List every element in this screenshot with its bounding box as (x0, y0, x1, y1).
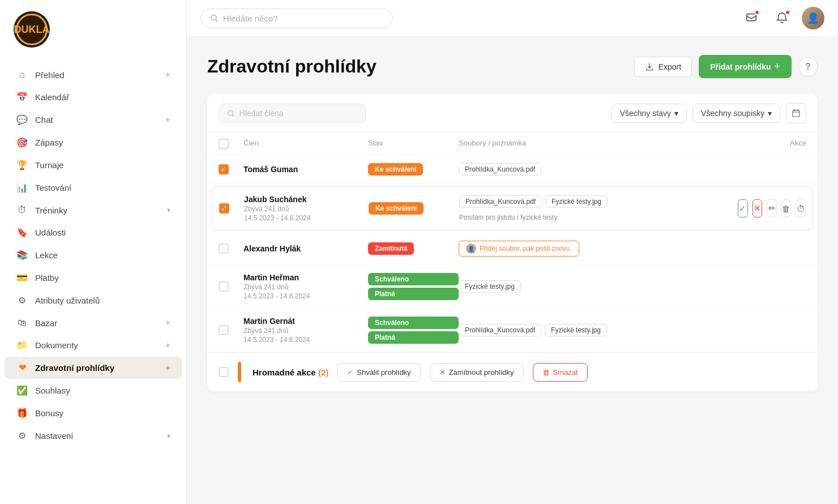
sidebar-item-udalosti[interactable]: 🔖 Události (5, 221, 182, 244)
export-button[interactable]: Export (634, 57, 692, 77)
add-file-button[interactable]: 👤 Přidej soubor, pak pošli znovu. (459, 241, 579, 257)
add-icon[interactable]: + (165, 318, 170, 328)
consent-icon: ✅ (16, 385, 28, 396)
status-cell: Schváleno Platná (368, 317, 459, 344)
bulk-count: (2) (318, 368, 328, 377)
reject-button[interactable]: ✕ (753, 199, 763, 217)
chevron-down-icon: ▾ (674, 109, 678, 118)
row-checkbox[interactable] (219, 244, 243, 254)
sidebar-item-platby[interactable]: 💳 Platby (5, 267, 182, 289)
header-status: Stav (368, 139, 459, 149)
member-info: Martin Gernát Zbývá 241 dnů 14.5.2023 - … (243, 317, 368, 344)
svg-line-1 (216, 19, 217, 21)
sidebar-item-label: Lekce (35, 250, 170, 260)
file-tag[interactable]: Prohlídka_Kuncová.pdf (459, 195, 542, 208)
status-filter[interactable]: Všechny stavy ▾ (612, 104, 687, 123)
trash-icon: 🗑 (542, 368, 550, 377)
sidebar-item-kalendar[interactable]: 📅 Kalendář (5, 86, 182, 108)
sidebar-item-bazar[interactable]: 🛍 Bazar + (5, 312, 182, 334)
sidebar-item-label: Zdravotní prohlídky (35, 363, 165, 373)
bazar-icon: 🛍 (16, 318, 28, 328)
sidebar-item-turnaje[interactable]: 🏆 Turnaje (5, 154, 182, 176)
svg-line-4 (232, 114, 234, 116)
table-header: Člen Stav Soubory / poznámka Akce (207, 133, 818, 155)
history-button[interactable]: ⏱ (796, 199, 806, 217)
event-icon: 🔖 (16, 227, 28, 238)
global-search[interactable] (200, 8, 393, 28)
add-prohlidka-button[interactable]: Přidat prohlídku + (699, 55, 792, 78)
chevron-down-icon: ▾ (167, 432, 170, 440)
sidebar-item-label: Kalendář (35, 92, 170, 102)
add-icon[interactable]: + (165, 363, 170, 373)
status-badge: Ke schválení (368, 163, 423, 176)
table-row: Jakub Suchánek Zbývá 241 dnů 14.5.2023 -… (212, 186, 813, 230)
sidebar-item-nastaveni[interactable]: ⚙ Nastavení ▾ (5, 425, 182, 447)
calendar-filter[interactable] (786, 103, 806, 123)
edit-button[interactable]: ✏ (767, 199, 777, 217)
header-checkbox[interactable] (219, 139, 243, 149)
sidebar-item-chat[interactable]: 💬 Chat + (5, 109, 182, 131)
table-filters: Všechny stavy ▾ Všechny soupisky ▾ (612, 103, 806, 123)
row-checkbox[interactable] (219, 203, 244, 213)
header-files: Soubory / poznámka (459, 139, 738, 149)
notifications-button[interactable] (771, 7, 793, 29)
file-tag[interactable]: Fyzické testy.jpg (459, 280, 521, 293)
global-search-input[interactable] (223, 14, 383, 23)
sidebar-item-souhlasy[interactable]: ✅ Souhlasy (5, 379, 182, 402)
sidebar-item-label: Testování (35, 183, 170, 193)
user-avatar[interactable]: 👤 (802, 7, 824, 29)
payment-icon: 💳 (16, 272, 28, 283)
status-cell: Ke schválení (368, 163, 459, 176)
help-button[interactable]: ? (798, 57, 818, 76)
note-text: Posílám pro jistotu i fyzické testy. (459, 213, 559, 221)
bulk-reject-button[interactable]: ✕ Zamítnout prohlídky (430, 363, 524, 382)
chat-icon: 💬 (16, 114, 28, 125)
file-tag[interactable]: Fyzické testy.jpg (545, 195, 608, 208)
row-checkbox[interactable] (219, 164, 243, 174)
roster-filter[interactable]: Všechny soupisky ▾ (692, 104, 780, 123)
member-info: Alexandr Hylák (243, 244, 368, 253)
row-checkbox[interactable] (219, 281, 243, 292)
bulk-approve-button[interactable]: ✓ Shválit prohlídky (337, 363, 420, 382)
member-info: Jakub Suchánek Zbývá 241 dnů 14.5.2023 -… (244, 195, 369, 222)
sidebar-item-treninky[interactable]: ⏱ Tréninky ▾ (5, 199, 182, 221)
add-icon[interactable]: + (165, 70, 170, 80)
x-icon: ✕ (439, 368, 446, 377)
member-search[interactable] (219, 104, 366, 123)
add-icon[interactable]: + (165, 115, 170, 125)
add-icon[interactable]: + (165, 340, 170, 351)
bulk-actions-bar: Hromadné akce (2) ✓ Shválit prohlídky ✕ … (207, 352, 818, 391)
sidebar-item-label: Turnaje (35, 160, 170, 170)
sidebar-item-zapasy[interactable]: 🎯 Zápasy (5, 131, 182, 153)
sidebar-item-atributy[interactable]: ⚙ Atributy uživatelů (5, 289, 182, 311)
sidebar-item-zdravotni[interactable]: ❤ Zdravotní prohlídky + (5, 357, 182, 379)
attribute-icon: ⚙ (16, 295, 28, 306)
lesson-icon: 📚 (16, 250, 28, 260)
sidebar-item-dokumenty[interactable]: 📁 Dokumenty + (5, 334, 182, 356)
files-cell: Prohlídka_Kuncová.pdf Fyzické testy.jpg … (459, 195, 738, 221)
sidebar-item-testovani[interactable]: 📊 Testování (5, 177, 182, 199)
sidebar-item-label: Přehled (35, 70, 165, 80)
bulk-delete-button[interactable]: 🗑 Smazat (533, 363, 588, 382)
delete-button[interactable]: 🗑 (781, 199, 792, 217)
sidebar-item-bonusy[interactable]: 🎁 Bonusy (5, 402, 182, 424)
sidebar-item-label: Zápasy (35, 138, 170, 147)
sidebar-nav: ⌂ Přehled + 📅 Kalendář 💬 Chat + 🎯 Zápasy… (0, 59, 186, 504)
files-cell: 👤 Přidej soubor, pak pošli znovu. (459, 241, 738, 257)
status-badge: Schváleno (368, 317, 459, 329)
sidebar-item-label: Události (35, 228, 170, 237)
messages-button[interactable] (741, 7, 762, 29)
member-search-input[interactable] (240, 109, 357, 118)
file-tag[interactable]: Prohlídka_Kuncová.pdf (459, 324, 541, 336)
file-tag[interactable]: Fyzické testy.jpg (545, 324, 607, 336)
header-member: Člen (243, 139, 368, 149)
sidebar-item-prehled[interactable]: ⌂ Přehled + (5, 64, 182, 86)
row-checkbox[interactable] (219, 325, 243, 335)
sidebar-item-lekce[interactable]: 📚 Lekce (5, 244, 182, 266)
header-actions: Akce (738, 139, 806, 149)
files-cell: Prohlídka_Kuncová.pdf (459, 163, 738, 176)
file-tag[interactable]: Prohlídka_Kuncová.pdf (459, 163, 541, 176)
bulk-checkbox[interactable] (219, 367, 229, 377)
approve-button[interactable]: ✓ (738, 199, 748, 217)
sidebar: DUKLA ⌂ Přehled + 📅 Kalendář 💬 Chat + 🎯 … (0, 0, 187, 504)
